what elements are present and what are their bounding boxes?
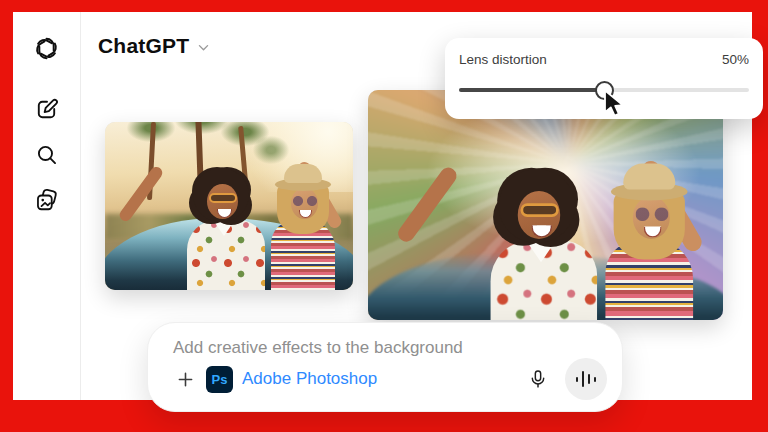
openai-logo[interactable] xyxy=(32,34,60,62)
prompt-input[interactable]: Add creative effects to the background xyxy=(173,338,463,358)
compose-icon[interactable] xyxy=(32,95,60,123)
attachment-image-edited[interactable] xyxy=(368,90,723,320)
microphone-icon[interactable] xyxy=(525,366,551,392)
model-switcher[interactable]: ChatGPT xyxy=(98,31,211,61)
add-attachment-button[interactable] xyxy=(173,367,197,391)
slider-handle[interactable] xyxy=(595,81,614,100)
page-title: ChatGPT xyxy=(98,34,189,58)
two-friends xyxy=(105,122,353,290)
slider-label: Lens distortion xyxy=(459,52,547,67)
attachment-image-original[interactable] xyxy=(105,122,353,290)
screenshot-stage: ChatGPT xyxy=(0,0,768,432)
lens-distortion-slider[interactable] xyxy=(459,88,749,92)
library-icon[interactable] xyxy=(32,186,60,214)
chevron-down-icon xyxy=(196,40,211,55)
sidebar xyxy=(13,12,81,400)
photoshop-app-icon[interactable]: Ps xyxy=(206,366,233,393)
two-friends xyxy=(378,106,718,320)
search-icon[interactable] xyxy=(32,140,60,168)
slider-value: 50% xyxy=(722,52,749,67)
lens-distortion-panel: Lens distortion 50% xyxy=(445,38,763,119)
voice-mode-icon[interactable] xyxy=(565,358,607,400)
photoshop-plugin-link[interactable]: Adobe Photoshop xyxy=(242,369,377,389)
prompt-composer: Add creative effects to the background P… xyxy=(147,322,623,412)
slider-fill xyxy=(459,88,604,92)
